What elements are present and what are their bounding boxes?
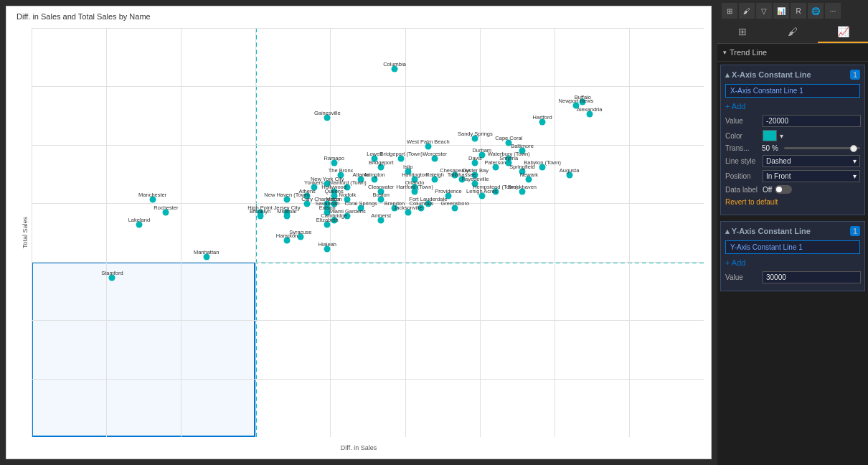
slider-thumb[interactable] xyxy=(850,145,857,152)
color-dropdown-arrow[interactable]: ▾ xyxy=(780,132,783,140)
xaxis-add-button[interactable]: + Add xyxy=(725,100,745,112)
r-icon-btn[interactable]: R xyxy=(791,3,806,19)
dot-label: Baltimore xyxy=(511,143,534,149)
dot-label: Hialeah xyxy=(319,241,336,248)
dot-label: Alexandria xyxy=(577,106,602,113)
xaxis-constant-section: ▴ X-Axis Constant Line 1 X-Axis Constant… xyxy=(720,65,865,215)
data-label-row: Data label Off xyxy=(725,185,860,194)
dot-label: Greensboro xyxy=(440,200,469,207)
trend-line-label: Trend Line xyxy=(730,48,767,57)
yaxis-section-title: ▴ Y-Axis Constant Line xyxy=(725,227,811,236)
value-row: Value xyxy=(725,115,860,127)
value-input[interactable] xyxy=(763,115,861,127)
dot-label: Fayetteville xyxy=(461,176,489,182)
transparency-pct: 50 % xyxy=(762,144,782,152)
filter-icon-btn[interactable]: ▽ xyxy=(756,3,772,19)
dot-label: Ramapo xyxy=(324,155,344,161)
dot-label: Providence xyxy=(435,188,462,194)
position-value: In Front xyxy=(766,172,791,180)
trend-line-section: ▾ Trend Line xyxy=(717,44,868,62)
dot-label: Columbia xyxy=(383,61,406,67)
dot-label: Cary xyxy=(301,196,313,202)
dot-label: Sandy Springs xyxy=(458,131,493,137)
chart-area: Diff. in Sales and Total Sales by Name T… xyxy=(6,6,712,459)
yaxis-badge: 1 xyxy=(850,226,860,236)
tab-analytics[interactable]: 📈 xyxy=(818,22,868,43)
tab-fields[interactable]: ⊞ xyxy=(717,22,768,43)
xaxis-field-name[interactable]: X-Axis Constant Line 1 xyxy=(725,84,860,98)
color-row: Color ▾ xyxy=(725,130,860,141)
dot-label: Amherst xyxy=(371,212,391,219)
dot-label: Boston xyxy=(373,192,390,199)
yaxis-value-row: Value xyxy=(725,271,860,283)
dot-label: Newport News xyxy=(559,98,594,104)
dot-label: Lowell xyxy=(367,151,382,158)
dot-label: Coral Springs xyxy=(344,200,377,207)
dot-label: Davis xyxy=(468,155,482,161)
dot-label: The Bronx xyxy=(329,167,354,174)
line-style-row: Line style Dashed ▾ xyxy=(725,155,860,167)
transparency-row: Trans... 50 % xyxy=(725,144,860,152)
tab-format[interactable]: 🖌 xyxy=(768,22,818,43)
right-panel: ⊞ 🖌 ▽ 📊 R 🌐 ··· ⊞ 🖌 📈 ▾ Trend Line ▴ X-A… xyxy=(717,0,868,465)
position-row: Position In Front ▾ xyxy=(725,170,860,182)
data-label-value: Off xyxy=(763,186,772,194)
dot-label: Augusta xyxy=(560,167,580,174)
xaxis-section-title: ▴ X-Axis Constant Line xyxy=(725,70,811,80)
dot-label: Paterson xyxy=(485,159,506,166)
paint-icon-btn[interactable]: 🖌 xyxy=(739,3,755,19)
transparency-label: Trans... xyxy=(725,144,760,152)
chart-icon-btn[interactable]: 📊 xyxy=(773,3,789,19)
yaxis-field-name[interactable]: Y-Axis Constant Line 1 xyxy=(725,240,860,254)
dot-label: Elizabeth xyxy=(316,217,339,223)
data-label-toggle-container: Off xyxy=(763,185,792,194)
dot-label: Cape Coral xyxy=(495,135,522,141)
dot-label: Arlington xyxy=(364,172,385,178)
dot-label: Manhattan xyxy=(194,249,219,255)
yaxis-title-bar: ▴ Y-Axis Constant Line 1 xyxy=(725,226,860,236)
value-label: Value xyxy=(725,117,760,125)
dot-label: Hampton xyxy=(276,233,298,240)
dot-label: Manchester xyxy=(138,192,166,199)
yaxis-value-input[interactable] xyxy=(763,271,861,283)
data-label-toggle[interactable] xyxy=(775,185,792,194)
chart-title: Diff. in Sales and Total Sales by Name xyxy=(16,12,151,21)
color-swatch[interactable] xyxy=(763,130,777,141)
yaxis-chevron[interactable]: ▴ xyxy=(725,227,732,235)
dot-label: Springfield xyxy=(509,164,534,170)
trend-line-header[interactable]: ▾ Trend Line xyxy=(723,48,862,57)
yaxis-add-button[interactable]: + Add xyxy=(725,257,745,268)
dot-label: Hartford (Town) xyxy=(396,184,433,190)
dot-label: Jacksonville xyxy=(394,205,423,211)
dot-label: Miramar xyxy=(277,208,297,215)
panel-tabs: ⊞ 🖌 📈 xyxy=(717,22,868,44)
position-dropdown[interactable]: In Front ▾ xyxy=(763,170,860,182)
globe-icon-btn[interactable]: 🌐 xyxy=(808,3,824,19)
dot-label: West Palm Beach xyxy=(407,138,449,145)
trend-line-chevron: ▾ xyxy=(723,49,727,56)
transparency-slider[interactable] xyxy=(784,147,860,149)
dot-label: Yonkers xyxy=(304,179,324,186)
table-icon-btn[interactable]: ⊞ xyxy=(722,3,737,19)
more-icon-btn[interactable]: ··· xyxy=(825,3,841,19)
dot-label: Newark xyxy=(520,172,538,178)
dot-label: Raleigh xyxy=(425,172,443,178)
xaxis-badge: 1 xyxy=(850,70,860,80)
dot-label: Islip xyxy=(403,164,412,170)
dot-label: Bridgeport (Town) xyxy=(380,151,423,158)
position-arrow: ▾ xyxy=(853,172,857,180)
position-label: Position xyxy=(725,172,760,180)
dot-label: Brooklyn xyxy=(250,208,270,215)
top-icon-bar: ⊞ 🖌 ▽ 📊 R 🌐 ··· xyxy=(717,0,868,22)
y-axis-label: Total Sales xyxy=(22,217,29,248)
dot-label: Clearwater xyxy=(368,184,394,190)
yaxis-constant-section: ▴ Y-Axis Constant Line 1 Y-Axis Constant… xyxy=(720,221,865,291)
color-label: Color xyxy=(725,132,760,140)
x-axis-label: Diff. in Sales xyxy=(341,444,377,451)
data-label-label: Data label xyxy=(725,186,760,194)
revert-button[interactable]: Revert to default xyxy=(725,197,778,207)
line-style-label: Line style xyxy=(725,157,760,165)
xaxis-chevron[interactable]: ▴ xyxy=(725,70,732,79)
dot-label: Hartford xyxy=(533,114,552,121)
line-style-dropdown[interactable]: Dashed ▾ xyxy=(763,155,860,167)
